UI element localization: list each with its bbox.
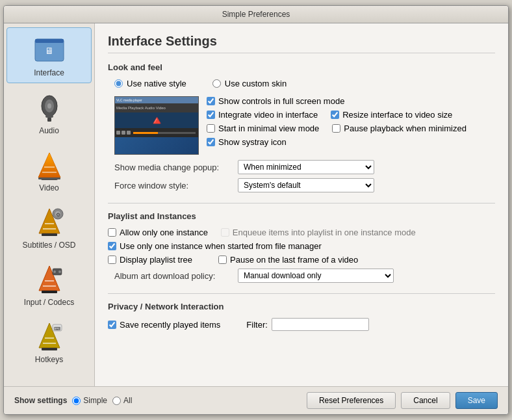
svg-rect-7 (47, 118, 51, 122)
media-popup-label: Show media change popup: (114, 163, 231, 172)
confirm-buttons: Cancel Save (401, 392, 498, 409)
preview-titlebar: VLC media player (115, 97, 198, 103)
main-window: Simple Preferences 🖥 Interface (3, 5, 509, 415)
start-minimal-checkbox[interactable] (207, 124, 215, 133)
window-title: Simple Preferences (222, 10, 290, 19)
pause-minimized-checkbox[interactable] (332, 124, 340, 133)
show-systray-checkbox[interactable] (207, 138, 215, 146)
force-window-row: Force window style: System's default Non… (114, 178, 495, 192)
cancel-button[interactable]: Cancel (401, 392, 450, 409)
simple-radio[interactable] (72, 397, 81, 405)
pause-last-frame-check[interactable]: Pause on the last frame of a video (218, 255, 358, 265)
resize-interface-checkbox[interactable] (331, 111, 339, 119)
sidebar-item-subtitles[interactable]: ⚙ Subtitles / OSD (6, 200, 92, 255)
privacy-title: Privacy / Network Interaction (108, 302, 495, 311)
playlist-section: Playlist and Instances Allow only one in… (108, 211, 495, 283)
svg-text:🖥: 🖥 (45, 46, 54, 56)
sidebar-item-audio[interactable]: Audio (6, 86, 92, 140)
use-one-instance-file-check[interactable]: Use only one instance when started from … (108, 241, 322, 251)
save-recently-played-label: Save recently played items (120, 320, 220, 330)
force-window-label: Force window style: (114, 181, 231, 190)
display-playlist-tree-label: Display playlist tree (120, 255, 192, 265)
simple-radio-option[interactable]: Simple (72, 396, 107, 405)
enqueue-items-checkbox[interactable] (221, 228, 229, 237)
style-radio-group: Use native style Use custom skin (114, 79, 495, 88)
sidebar-item-video[interactable]: Video (6, 143, 92, 198)
section-divider-2 (108, 293, 495, 294)
all-radio-option[interactable]: All (112, 396, 132, 405)
sidebar-label-hotkeys: Hotkeys (35, 355, 63, 364)
sidebar-item-interface[interactable]: 🖥 Interface (6, 27, 92, 83)
allow-one-instance-checkbox[interactable] (108, 228, 116, 237)
custom-skin-option[interactable]: Use custom skin (212, 79, 287, 88)
svg-rect-11 (38, 177, 60, 179)
show-controls-checkbox[interactable] (207, 97, 215, 105)
enqueue-items-check[interactable]: Enqueue items into playlist in one insta… (221, 228, 416, 237)
playlist-title: Playlist and Instances (108, 211, 495, 221)
bottom-bar: Show settings Simple All Reset Preferenc… (4, 386, 508, 414)
svg-rect-6 (45, 115, 53, 118)
input-icon (32, 263, 66, 296)
save-recently-played-check[interactable]: Save recently played items (108, 320, 220, 330)
force-window-select[interactable]: System's default None Always on top (238, 178, 374, 192)
main-area: 🖥 Interface Audio (4, 23, 508, 386)
custom-skin-radio[interactable] (212, 79, 221, 88)
filter-area: Filter: (246, 318, 369, 331)
native-style-radio[interactable] (114, 79, 123, 88)
interface-icon: 🖥 (32, 33, 66, 67)
svg-point-26 (53, 270, 56, 273)
sidebar-item-input[interactable]: Input / Codecs (6, 257, 92, 312)
section-divider-1 (108, 203, 495, 203)
show-controls-check[interactable]: Show controls in full screen mode (207, 96, 344, 106)
preview-title-text: VLC media player (116, 98, 142, 102)
stop-btn (127, 131, 131, 135)
filter-input[interactable] (272, 318, 369, 331)
sidebar-item-hotkeys[interactable]: ⌨ Hotkeys (6, 315, 92, 369)
all-radio[interactable] (112, 397, 121, 405)
show-systray-label: Show systray icon (218, 137, 287, 147)
title-bar: Simple Preferences (4, 6, 508, 23)
display-playlist-tree-check[interactable]: Display playlist tree (108, 255, 192, 265)
allow-one-instance-check[interactable]: Allow only one instance (108, 228, 208, 237)
media-popup-select[interactable]: When minimized Always Never (238, 160, 374, 174)
vlc-cone-preview: 🔺 (149, 112, 165, 128)
playlist-row-2: Use only one instance when started from … (108, 241, 495, 251)
custom-skin-label: Use custom skin (225, 79, 287, 88)
preview-body: 🔺 (115, 112, 198, 128)
use-one-instance-file-label: Use only one instance when started from … (120, 241, 322, 251)
sidebar-label-input: Input / Codecs (24, 298, 74, 307)
check-row-1: Show controls in full screen mode (207, 96, 467, 106)
native-style-label: Use native style (127, 79, 186, 88)
display-playlist-tree-checkbox[interactable] (108, 256, 116, 264)
check-row-2: Integrate video in interface Resize inte… (207, 110, 467, 120)
show-controls-label: Show controls in full screen mode (218, 96, 344, 106)
save-recently-played-checkbox[interactable] (108, 321, 116, 329)
svg-rect-15 (42, 233, 57, 236)
resize-interface-check[interactable]: Resize interface to video size (331, 110, 452, 120)
pause-last-frame-label: Pause on the last frame of a video (230, 255, 358, 265)
use-one-instance-file-checkbox[interactable] (108, 242, 116, 250)
start-minimal-check[interactable]: Start in minimal view mode (207, 124, 319, 133)
media-popup-row: Show media change popup: When minimized … (114, 160, 495, 174)
pause-minimized-check[interactable]: Pause playback when minimized (332, 124, 467, 133)
sidebar: 🖥 Interface Audio (4, 23, 95, 386)
show-settings-label: Show settings (14, 396, 67, 405)
play-btn (122, 131, 125, 135)
integrate-video-checkbox[interactable] (207, 111, 215, 119)
reset-preferences-button[interactable]: Reset Preferences (307, 392, 396, 409)
album-art-select[interactable]: Manual download only Automatic Never (238, 269, 394, 283)
album-art-row: Album art download policy: Manual downlo… (114, 269, 495, 283)
svg-point-5 (47, 103, 51, 109)
pause-last-frame-checkbox[interactable] (218, 256, 227, 264)
svg-text:⚙: ⚙ (55, 212, 60, 218)
check-row-4: Show systray icon (207, 137, 467, 147)
start-minimal-label: Start in minimal view mode (218, 124, 319, 133)
integrate-video-check[interactable]: Integrate video in interface (207, 110, 318, 120)
svg-point-27 (58, 270, 61, 273)
filter-label: Filter: (246, 320, 268, 330)
show-systray-check[interactable]: Show systray icon (207, 137, 287, 147)
look-and-feel-section: Look and feel Use native style Use custo… (108, 62, 495, 192)
native-style-option[interactable]: Use native style (114, 79, 186, 88)
svg-rect-22 (42, 291, 57, 293)
save-button[interactable]: Save (455, 392, 498, 409)
